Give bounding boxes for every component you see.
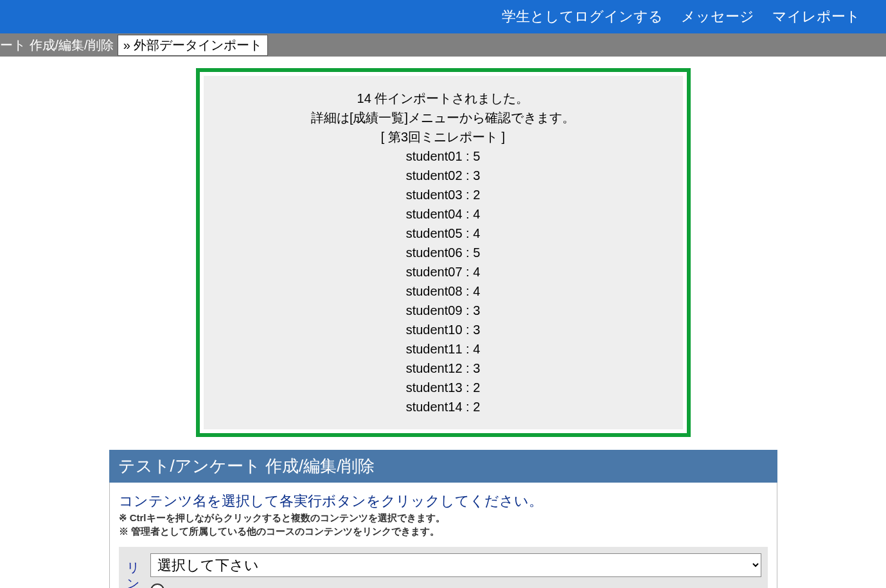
section-hint-1: ※ Ctrlキーを押しながらクリックすると複数のコンテンツを選択できます。 (119, 512, 768, 524)
section-header: テスト/アンケート 作成/編集/削除 (109, 450, 777, 483)
section-instruction: コンテンツ名を選択して各実行ボタンをクリックしてください。 (119, 492, 768, 511)
result-student-item: student05 : 4 (406, 224, 481, 243)
link-select[interactable]: 選択して下さい (150, 553, 761, 577)
result-student-item: student13 : 2 (406, 378, 481, 397)
result-student-item: student06 : 5 (406, 243, 481, 262)
section-body: コンテンツ名を選択して各実行ボタンをクリックしてください。 ※ Ctrlキーを押… (109, 483, 777, 588)
my-report-link[interactable]: マイレポート (772, 7, 860, 26)
link-controls: 選択して下さい ? (150, 553, 761, 588)
result-student-item: student07 : 4 (406, 262, 481, 281)
top-nav: 学生としてログインする メッセージ マイレポート (0, 0, 886, 33)
help-icon[interactable]: ? (150, 584, 164, 588)
result-student-item: student11 : 4 (406, 339, 481, 359)
result-student-item: student08 : 4 (406, 281, 481, 301)
result-student-item: student14 : 2 (406, 397, 481, 416)
result-student-item: student10 : 3 (406, 320, 481, 339)
result-student-list: student01 : 5student02 : 3student03 : 2s… (406, 147, 481, 416)
breadcrumb-prev[interactable]: ート 作成/編集/削除 (0, 37, 118, 54)
link-label: リンク (125, 553, 143, 588)
result-student-item: student02 : 3 (406, 166, 481, 185)
import-result-inner: 14 件インポートされました。 詳細は[成績一覧]メニューから確認できます。 [… (204, 76, 683, 429)
result-student-item: student03 : 2 (406, 185, 481, 204)
result-student-item: student12 : 3 (406, 359, 481, 378)
breadcrumb-current: » 外部データインポート (118, 35, 269, 56)
result-student-item: student01 : 5 (406, 147, 481, 166)
result-line-1: 14 件インポートされました。 (223, 89, 664, 108)
messages-link[interactable]: メッセージ (681, 7, 754, 26)
import-result-box: 14 件インポートされました。 詳細は[成績一覧]メニューから確認できます。 [… (196, 68, 691, 437)
result-student-item: student04 : 4 (406, 204, 481, 224)
section-hint-2: ※ 管理者として所属している他のコースのコンテンツをリンクできます。 (119, 526, 768, 538)
breadcrumb: ート 作成/編集/削除 » 外部データインポート (0, 33, 886, 57)
link-row: リンク 選択して下さい ? (119, 547, 768, 588)
result-line-2: 詳細は[成績一覧]メニューから確認できます。 (223, 108, 664, 127)
login-as-student-link[interactable]: 学生としてログインする (502, 7, 663, 26)
result-line-3: [ 第3回ミニレポート ] (223, 127, 664, 147)
result-student-item: student09 : 3 (406, 301, 481, 320)
